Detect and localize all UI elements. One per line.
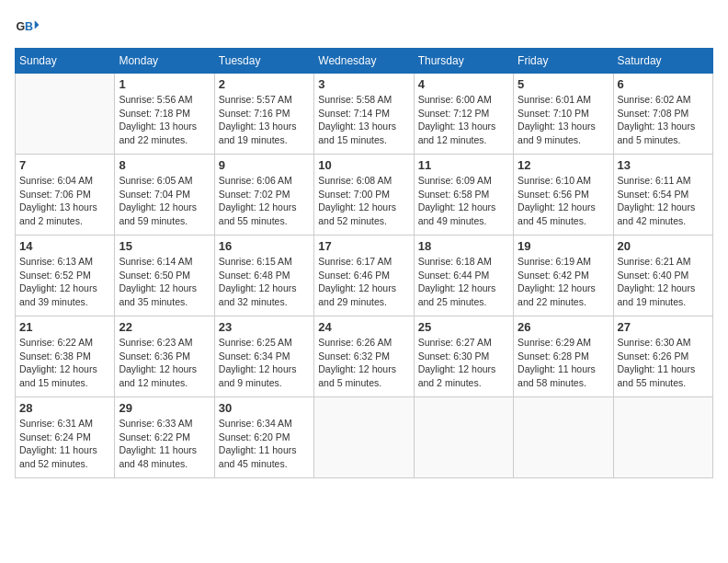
day-number: 4 xyxy=(418,77,509,91)
day-number: 10 xyxy=(318,158,409,172)
day-number: 18 xyxy=(418,239,509,253)
calendar-cell: 28Sunrise: 6:31 AM Sunset: 6:24 PM Dayli… xyxy=(16,397,115,478)
calendar-cell: 6Sunrise: 6:02 AM Sunset: 7:08 PM Daylig… xyxy=(613,74,712,155)
day-info: Sunrise: 6:17 AM Sunset: 6:46 PM Dayligh… xyxy=(318,255,409,309)
day-number: 22 xyxy=(119,320,210,334)
calendar-week-row: 14Sunrise: 6:13 AM Sunset: 6:52 PM Dayli… xyxy=(16,236,713,316)
day-number: 14 xyxy=(19,239,110,253)
day-info: Sunrise: 6:26 AM Sunset: 6:32 PM Dayligh… xyxy=(318,336,409,390)
day-number: 28 xyxy=(19,401,110,415)
day-info: Sunrise: 6:06 AM Sunset: 7:02 PM Dayligh… xyxy=(219,174,310,228)
day-info: Sunrise: 6:14 AM Sunset: 6:50 PM Dayligh… xyxy=(119,255,210,309)
day-info: Sunrise: 6:33 AM Sunset: 6:22 PM Dayligh… xyxy=(119,417,210,471)
calendar-cell: 15Sunrise: 6:14 AM Sunset: 6:50 PM Dayli… xyxy=(115,236,214,316)
calendar-cell: 3Sunrise: 5:58 AM Sunset: 7:14 PM Daylig… xyxy=(314,74,414,155)
calendar-cell xyxy=(16,74,115,155)
weekday-header-tuesday: Tuesday xyxy=(214,49,313,74)
weekday-header-thursday: Thursday xyxy=(414,49,513,74)
day-number: 21 xyxy=(19,320,110,334)
calendar-cell xyxy=(314,397,414,478)
calendar-cell: 18Sunrise: 6:18 AM Sunset: 6:44 PM Dayli… xyxy=(414,236,513,316)
day-number: 15 xyxy=(119,239,210,253)
weekday-header-monday: Monday xyxy=(115,49,214,74)
weekday-header-sunday: Sunday xyxy=(16,49,115,74)
day-info: Sunrise: 6:29 AM Sunset: 6:28 PM Dayligh… xyxy=(518,336,609,390)
day-number: 29 xyxy=(119,401,210,415)
day-info: Sunrise: 6:01 AM Sunset: 7:10 PM Dayligh… xyxy=(518,93,609,147)
calendar-cell: 25Sunrise: 6:27 AM Sunset: 6:30 PM Dayli… xyxy=(414,316,513,397)
svg-text:G: G xyxy=(17,20,26,33)
calendar-cell: 20Sunrise: 6:21 AM Sunset: 6:40 PM Dayli… xyxy=(613,236,712,316)
day-info: Sunrise: 6:00 AM Sunset: 7:12 PM Dayligh… xyxy=(418,93,509,147)
calendar-cell: 11Sunrise: 6:09 AM Sunset: 6:58 PM Dayli… xyxy=(414,155,513,236)
calendar-cell: 19Sunrise: 6:19 AM Sunset: 6:42 PM Dayli… xyxy=(514,236,613,316)
day-info: Sunrise: 6:30 AM Sunset: 6:26 PM Dayligh… xyxy=(618,336,709,390)
day-info: Sunrise: 5:58 AM Sunset: 7:14 PM Dayligh… xyxy=(318,93,409,147)
calendar-cell: 21Sunrise: 6:22 AM Sunset: 6:38 PM Dayli… xyxy=(16,316,115,397)
day-info: Sunrise: 6:21 AM Sunset: 6:40 PM Dayligh… xyxy=(618,255,709,309)
day-info: Sunrise: 6:11 AM Sunset: 6:54 PM Dayligh… xyxy=(618,174,709,228)
day-number: 3 xyxy=(318,77,409,91)
day-number: 23 xyxy=(219,320,310,334)
calendar-cell: 23Sunrise: 6:25 AM Sunset: 6:34 PM Dayli… xyxy=(214,316,313,397)
day-number: 7 xyxy=(19,158,110,172)
calendar-cell xyxy=(414,397,513,478)
day-info: Sunrise: 6:04 AM Sunset: 7:06 PM Dayligh… xyxy=(19,174,110,228)
day-number: 5 xyxy=(518,77,609,91)
day-number: 27 xyxy=(618,320,709,334)
calendar-cell: 14Sunrise: 6:13 AM Sunset: 6:52 PM Dayli… xyxy=(16,236,115,316)
day-info: Sunrise: 6:09 AM Sunset: 6:58 PM Dayligh… xyxy=(418,174,509,228)
day-info: Sunrise: 6:15 AM Sunset: 6:48 PM Dayligh… xyxy=(219,255,310,309)
day-info: Sunrise: 6:08 AM Sunset: 7:00 PM Dayligh… xyxy=(318,174,409,228)
svg-text:B: B xyxy=(25,20,33,33)
day-number: 26 xyxy=(518,320,609,334)
day-info: Sunrise: 6:10 AM Sunset: 6:56 PM Dayligh… xyxy=(518,174,609,228)
calendar-cell: 5Sunrise: 6:01 AM Sunset: 7:10 PM Daylig… xyxy=(514,74,613,155)
calendar-table: SundayMondayTuesdayWednesdayThursdayFrid… xyxy=(15,48,713,478)
weekday-header-wednesday: Wednesday xyxy=(314,49,414,74)
calendar-week-row: 1Sunrise: 5:56 AM Sunset: 7:18 PM Daylig… xyxy=(16,74,713,155)
calendar-week-row: 21Sunrise: 6:22 AM Sunset: 6:38 PM Dayli… xyxy=(16,316,713,397)
day-info: Sunrise: 6:13 AM Sunset: 6:52 PM Dayligh… xyxy=(19,255,110,309)
day-info: Sunrise: 6:22 AM Sunset: 6:38 PM Dayligh… xyxy=(19,336,110,390)
calendar-cell: 12Sunrise: 6:10 AM Sunset: 6:56 PM Dayli… xyxy=(514,155,613,236)
day-info: Sunrise: 6:02 AM Sunset: 7:08 PM Dayligh… xyxy=(618,93,709,147)
calendar-cell xyxy=(514,397,613,478)
calendar-cell: 4Sunrise: 6:00 AM Sunset: 7:12 PM Daylig… xyxy=(414,74,513,155)
day-info: Sunrise: 6:25 AM Sunset: 6:34 PM Dayligh… xyxy=(219,336,310,390)
page-header: G B xyxy=(15,15,713,40)
day-info: Sunrise: 5:56 AM Sunset: 7:18 PM Dayligh… xyxy=(119,93,210,147)
day-number: 19 xyxy=(518,239,609,253)
calendar-cell: 13Sunrise: 6:11 AM Sunset: 6:54 PM Dayli… xyxy=(613,155,712,236)
calendar-cell: 2Sunrise: 5:57 AM Sunset: 7:16 PM Daylig… xyxy=(214,74,313,155)
day-number: 13 xyxy=(618,158,709,172)
day-number: 2 xyxy=(219,77,310,91)
day-info: Sunrise: 6:19 AM Sunset: 6:42 PM Dayligh… xyxy=(518,255,609,309)
calendar-week-row: 28Sunrise: 6:31 AM Sunset: 6:24 PM Dayli… xyxy=(16,397,713,478)
calendar-cell: 24Sunrise: 6:26 AM Sunset: 6:32 PM Dayli… xyxy=(314,316,414,397)
calendar-week-row: 7Sunrise: 6:04 AM Sunset: 7:06 PM Daylig… xyxy=(16,155,713,236)
day-number: 12 xyxy=(518,158,609,172)
day-number: 11 xyxy=(418,158,509,172)
calendar-cell: 17Sunrise: 6:17 AM Sunset: 6:46 PM Dayli… xyxy=(314,236,414,316)
calendar-cell: 8Sunrise: 6:05 AM Sunset: 7:04 PM Daylig… xyxy=(115,155,214,236)
logo-icon: G B xyxy=(15,15,40,40)
day-info: Sunrise: 6:18 AM Sunset: 6:44 PM Dayligh… xyxy=(418,255,509,309)
calendar-cell: 22Sunrise: 6:23 AM Sunset: 6:36 PM Dayli… xyxy=(115,316,214,397)
day-number: 8 xyxy=(119,158,210,172)
day-number: 16 xyxy=(219,239,310,253)
calendar-cell: 7Sunrise: 6:04 AM Sunset: 7:06 PM Daylig… xyxy=(16,155,115,236)
calendar-cell: 26Sunrise: 6:29 AM Sunset: 6:28 PM Dayli… xyxy=(514,316,613,397)
day-info: Sunrise: 6:34 AM Sunset: 6:20 PM Dayligh… xyxy=(219,417,310,471)
calendar-cell: 29Sunrise: 6:33 AM Sunset: 6:22 PM Dayli… xyxy=(115,397,214,478)
calendar-cell: 30Sunrise: 6:34 AM Sunset: 6:20 PM Dayli… xyxy=(214,397,313,478)
day-info: Sunrise: 5:57 AM Sunset: 7:16 PM Dayligh… xyxy=(219,93,310,147)
day-number: 25 xyxy=(418,320,509,334)
weekday-header-friday: Friday xyxy=(514,49,613,74)
weekday-header-row: SundayMondayTuesdayWednesdayThursdayFrid… xyxy=(16,49,713,74)
day-info: Sunrise: 6:23 AM Sunset: 6:36 PM Dayligh… xyxy=(119,336,210,390)
calendar-cell: 16Sunrise: 6:15 AM Sunset: 6:48 PM Dayli… xyxy=(214,236,313,316)
day-info: Sunrise: 6:31 AM Sunset: 6:24 PM Dayligh… xyxy=(19,417,110,471)
weekday-header-saturday: Saturday xyxy=(613,49,712,74)
calendar-cell: 27Sunrise: 6:30 AM Sunset: 6:26 PM Dayli… xyxy=(613,316,712,397)
